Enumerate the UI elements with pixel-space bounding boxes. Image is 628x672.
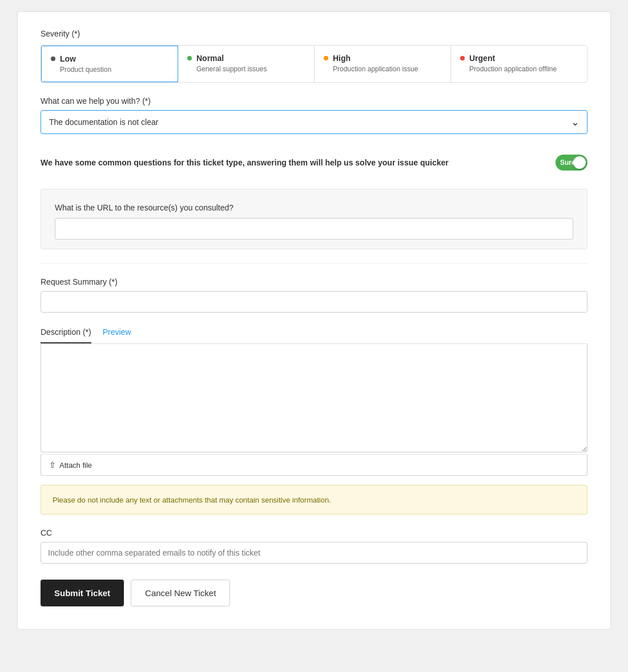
cc-label: CC	[41, 528, 587, 537]
attach-icon: ⇧	[49, 460, 56, 469]
description-textarea[interactable]	[41, 344, 587, 452]
ticket-form: Severity (*) Low Product question Normal…	[17, 11, 611, 630]
request-summary-label: Request Summary (*)	[41, 277, 587, 286]
cc-section: CC	[41, 528, 587, 580]
severity-option-urgent[interactable]: Urgent Production application offline	[451, 46, 587, 82]
attach-file-button[interactable]: ⇧ Attach file	[49, 460, 579, 469]
severity-desc-urgent: Production application offline	[460, 65, 578, 73]
severity-dot-normal	[187, 56, 192, 60]
submit-ticket-button[interactable]: Submit Ticket	[41, 580, 124, 606]
warning-banner: Please do not include any text or attach…	[41, 485, 587, 515]
common-questions-toggle[interactable]: Sure!	[555, 155, 587, 171]
section-divider	[41, 263, 587, 264]
severity-option-high[interactable]: High Production application issue	[315, 46, 451, 82]
request-summary-section: Request Summary (*)	[41, 277, 587, 324]
severity-section: Severity (*) Low Product question Normal…	[41, 29, 587, 83]
severity-options: Low Product question Normal General supp…	[41, 45, 587, 83]
tab-description[interactable]: Description (*)	[41, 324, 91, 343]
request-summary-input[interactable]	[41, 291, 587, 313]
url-field-label: What is the URL to the resource(s) you c…	[55, 203, 573, 212]
severity-dot-urgent	[460, 56, 465, 60]
severity-option-normal[interactable]: Normal General support issues	[178, 46, 315, 82]
severity-name-normal: Normal	[196, 54, 224, 63]
severity-option-low[interactable]: Low Product question	[41, 45, 179, 83]
cancel-ticket-button[interactable]: Cancel New Ticket	[131, 580, 230, 606]
attach-area: ⇧ Attach file	[41, 454, 587, 476]
severity-name-urgent: Urgent	[469, 54, 495, 63]
severity-label: Severity (*)	[41, 29, 587, 38]
common-questions-toggle-container: Sure!	[555, 155, 587, 171]
description-tabs: Description (*) Preview	[41, 324, 587, 344]
toggle-thumb	[573, 156, 586, 169]
severity-name-low: Low	[60, 54, 76, 63]
severity-dot-high	[324, 56, 328, 60]
action-buttons: Submit Ticket Cancel New Ticket	[41, 580, 587, 606]
severity-desc-low: Product question	[51, 66, 168, 74]
help-with-select[interactable]: The documentation is not clear	[41, 110, 587, 134]
cc-input[interactable]	[41, 542, 587, 564]
warning-text: Please do not include any text or attach…	[53, 496, 331, 504]
severity-name-high: High	[333, 54, 351, 63]
tab-preview[interactable]: Preview	[103, 324, 131, 343]
severity-dot-low	[51, 56, 55, 61]
attach-label: Attach file	[59, 461, 92, 469]
common-questions-text: We have some common questions for this t…	[41, 158, 555, 167]
help-with-wrapper: The documentation is not clear ⌄	[41, 110, 587, 134]
common-questions-banner: We have some common questions for this t…	[41, 145, 587, 180]
severity-desc-high: Production application issue	[324, 65, 441, 73]
severity-desc-normal: General support issues	[187, 65, 305, 73]
common-questions-area: What is the URL to the resource(s) you c…	[41, 189, 587, 249]
help-with-label: What can we help you with? (*)	[41, 96, 587, 106]
url-input[interactable]	[55, 218, 573, 240]
help-with-section: What can we help you with? (*) The docum…	[41, 96, 587, 134]
description-section: Description (*) Preview ⇧ Attach file	[41, 324, 587, 476]
